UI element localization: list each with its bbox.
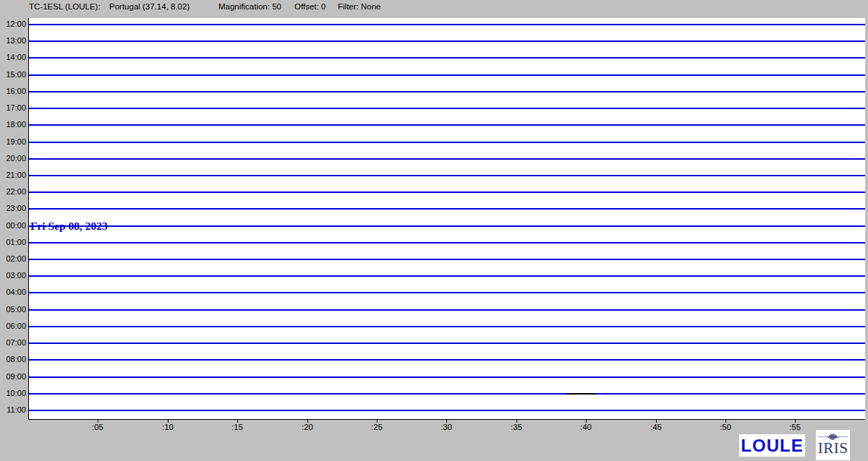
iris-logo: IRIS: [816, 430, 850, 460]
station-id-label: TC-1ESL (LOULE):: [29, 2, 101, 14]
hour-label: 11:00: [0, 405, 26, 415]
minute-label: :55: [780, 422, 809, 432]
station-location-label: Portugal (37.14, 8.02): [109, 2, 190, 14]
hour-label: 04:00: [0, 287, 26, 297]
hour-label: 19:00: [0, 137, 26, 147]
hour-label: 02:00: [0, 254, 26, 264]
trace-row-0000: [29, 225, 865, 227]
minute-label: :50: [711, 422, 740, 432]
minute-label: :45: [642, 422, 671, 432]
trace-row-1600: [29, 91, 865, 92]
hour-label: 17:00: [0, 103, 26, 113]
hour-label: 23:00: [0, 203, 26, 213]
minute-label: :15: [223, 422, 252, 432]
magnification-label: Magnification: 50: [218, 2, 281, 14]
hour-label: 16:00: [0, 86, 26, 96]
minute-label: :35: [502, 422, 531, 432]
trace-row-1200: [29, 24, 865, 25]
jamaseis-window: { "window": { "background": "#c0c0c0" },…: [0, 0, 868, 461]
iris-logo-text: IRIS: [818, 441, 848, 456]
hour-label: 22:00: [0, 186, 26, 197]
hour-label: 06:00: [0, 321, 26, 331]
hour-label: 12:00: [0, 19, 26, 29]
trace-row-0300: [29, 275, 865, 277]
hour-label: 00:00: [0, 220, 26, 231]
minute-label: :10: [153, 422, 182, 432]
trace-row-1500: [29, 74, 865, 76]
trace-row-1800: [29, 124, 865, 126]
hour-label: 18:00: [0, 119, 26, 129]
trace-row-1400: [29, 57, 865, 59]
hour-label: 20:00: [0, 153, 26, 163]
trace-row-0500: [29, 309, 865, 311]
trace-row-2200: [29, 191, 865, 193]
offset-label: Offset: 0: [294, 2, 326, 14]
hour-label: 14:00: [0, 52, 26, 62]
trace-row-2100: [29, 175, 865, 176]
minute-label: :30: [432, 422, 461, 432]
trace-row-2300: [29, 208, 865, 210]
hour-label: 08:00: [0, 354, 26, 364]
hour-label: 21:00: [0, 170, 26, 180]
trace-row-0400: [29, 292, 865, 293]
hour-label: 15:00: [0, 69, 26, 79]
trace-row-0100: [29, 242, 865, 244]
current-time-trace-segment: [566, 393, 595, 395]
hour-label: 07:00: [0, 337, 26, 348]
hour-label: 01:00: [0, 237, 26, 247]
trace-row-1900: [29, 142, 865, 143]
trace-row-1100: [29, 410, 865, 411]
hour-label: 05:00: [0, 304, 26, 314]
trace-row-0900: [29, 376, 865, 378]
minute-label: :25: [362, 422, 391, 432]
trace-row-1300: [29, 40, 865, 42]
minute-label: :20: [293, 422, 322, 432]
hour-label: 10:00: [0, 388, 26, 398]
minute-label: :40: [571, 422, 600, 432]
filter-label: Filter: None: [338, 2, 380, 14]
trace-row-0200: [29, 259, 865, 260]
hour-label: 13:00: [0, 35, 26, 46]
date-annotation: Fri Sep 08, 2023: [30, 220, 108, 233]
hour-label: 09:00: [0, 371, 26, 382]
trace-row-0600: [29, 326, 865, 327]
trace-row-1700: [29, 108, 865, 109]
trace-row-2000: [29, 158, 865, 160]
station-select-button[interactable]: LOULE: [739, 434, 805, 457]
helicorder-plot[interactable]: [28, 18, 865, 420]
minute-label: :05: [83, 422, 112, 432]
trace-row-1000: [29, 393, 865, 395]
trace-row-0700: [29, 342, 865, 344]
hour-label: 03:00: [0, 270, 26, 280]
trace-row-0800: [29, 359, 865, 361]
